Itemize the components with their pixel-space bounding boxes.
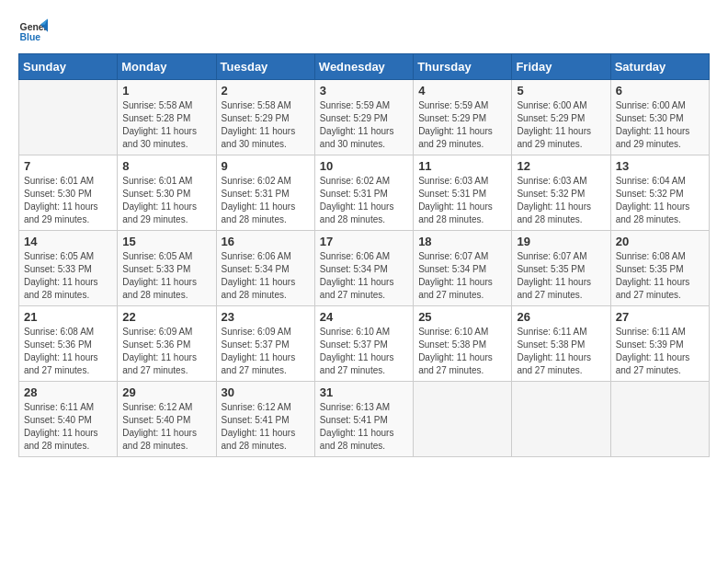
calendar-cell: 21Sunrise: 6:08 AM Sunset: 5:36 PM Dayli… <box>19 306 118 382</box>
header-sunday: Sunday <box>19 54 118 80</box>
calendar-cell: 15Sunrise: 6:05 AM Sunset: 5:33 PM Dayli… <box>118 231 216 306</box>
day-number: 23 <box>222 310 310 324</box>
week-row-5: 28Sunrise: 6:11 AM Sunset: 5:40 PM Dayli… <box>19 382 710 457</box>
day-info: Sunrise: 6:00 AM Sunset: 5:29 PM Dayligh… <box>517 99 605 151</box>
calendar-cell: 30Sunrise: 6:12 AM Sunset: 5:41 PM Dayli… <box>216 382 314 457</box>
day-info: Sunrise: 6:00 AM Sunset: 5:30 PM Dayligh… <box>616 99 704 151</box>
calendar-cell: 2Sunrise: 5:58 AM Sunset: 5:29 PM Daylig… <box>216 80 314 155</box>
day-info: Sunrise: 5:59 AM Sunset: 5:29 PM Dayligh… <box>418 99 506 151</box>
calendar-cell: 13Sunrise: 6:04 AM Sunset: 5:32 PM Dayli… <box>610 155 709 231</box>
calendar-cell: 22Sunrise: 6:09 AM Sunset: 5:36 PM Dayli… <box>118 306 216 382</box>
day-info: Sunrise: 6:10 AM Sunset: 5:38 PM Dayligh… <box>418 326 506 377</box>
day-info: Sunrise: 6:06 AM Sunset: 5:34 PM Dayligh… <box>320 250 408 302</box>
day-number: 2 <box>222 84 310 98</box>
calendar-cell: 1Sunrise: 5:58 AM Sunset: 5:28 PM Daylig… <box>118 80 216 155</box>
calendar-table: SundayMondayTuesdayWednesdayThursdayFrid… <box>18 53 710 457</box>
day-number: 11 <box>418 159 506 173</box>
week-row-1: 1Sunrise: 5:58 AM Sunset: 5:28 PM Daylig… <box>19 80 710 155</box>
calendar-cell: 29Sunrise: 6:12 AM Sunset: 5:40 PM Dayli… <box>118 382 216 457</box>
calendar-cell: 7Sunrise: 6:01 AM Sunset: 5:30 PM Daylig… <box>19 155 118 231</box>
svg-text:Blue: Blue <box>20 32 41 42</box>
day-number: 6 <box>616 84 704 98</box>
calendar-cell: 28Sunrise: 6:11 AM Sunset: 5:40 PM Dayli… <box>19 382 118 457</box>
day-info: Sunrise: 6:12 AM Sunset: 5:40 PM Dayligh… <box>122 401 210 453</box>
header-tuesday: Tuesday <box>216 54 314 80</box>
calendar-cell <box>610 382 709 457</box>
day-number: 30 <box>222 385 310 399</box>
day-number: 27 <box>616 310 704 324</box>
day-number: 18 <box>418 235 506 248</box>
day-number: 12 <box>517 159 605 173</box>
day-info: Sunrise: 6:08 AM Sunset: 5:36 PM Dayligh… <box>24 326 112 377</box>
calendar-cell <box>19 80 118 155</box>
calendar-cell: 5Sunrise: 6:00 AM Sunset: 5:29 PM Daylig… <box>512 80 610 155</box>
calendar-cell: 14Sunrise: 6:05 AM Sunset: 5:33 PM Dayli… <box>19 231 118 306</box>
calendar-cell: 17Sunrise: 6:06 AM Sunset: 5:34 PM Dayli… <box>314 231 413 306</box>
calendar-cell: 20Sunrise: 6:08 AM Sunset: 5:35 PM Dayli… <box>610 231 709 306</box>
day-number: 3 <box>320 84 408 98</box>
day-info: Sunrise: 6:10 AM Sunset: 5:37 PM Dayligh… <box>320 326 408 377</box>
calendar-cell: 18Sunrise: 6:07 AM Sunset: 5:34 PM Dayli… <box>414 231 512 306</box>
calendar-cell: 6Sunrise: 6:00 AM Sunset: 5:30 PM Daylig… <box>610 80 709 155</box>
calendar-cell: 8Sunrise: 6:01 AM Sunset: 5:30 PM Daylig… <box>118 155 216 231</box>
calendar-cell: 26Sunrise: 6:11 AM Sunset: 5:38 PM Dayli… <box>512 306 610 382</box>
day-info: Sunrise: 6:02 AM Sunset: 5:31 PM Dayligh… <box>320 175 408 226</box>
calendar-cell: 3Sunrise: 5:59 AM Sunset: 5:29 PM Daylig… <box>314 80 413 155</box>
day-info: Sunrise: 6:02 AM Sunset: 5:31 PM Dayligh… <box>222 175 310 226</box>
calendar-cell: 24Sunrise: 6:10 AM Sunset: 5:37 PM Dayli… <box>314 306 413 382</box>
calendar-cell: 9Sunrise: 6:02 AM Sunset: 5:31 PM Daylig… <box>216 155 314 231</box>
day-info: Sunrise: 5:58 AM Sunset: 5:29 PM Dayligh… <box>222 99 310 151</box>
day-number: 14 <box>24 235 112 248</box>
calendar-cell: 11Sunrise: 6:03 AM Sunset: 5:31 PM Dayli… <box>414 155 512 231</box>
header-thursday: Thursday <box>414 54 512 80</box>
calendar-header-row: SundayMondayTuesdayWednesdayThursdayFrid… <box>19 54 710 80</box>
calendar-cell <box>512 382 610 457</box>
day-info: Sunrise: 6:01 AM Sunset: 5:30 PM Dayligh… <box>24 175 112 226</box>
day-number: 24 <box>320 310 408 324</box>
day-number: 21 <box>24 310 112 324</box>
day-number: 10 <box>320 159 408 173</box>
calendar-cell: 19Sunrise: 6:07 AM Sunset: 5:35 PM Dayli… <box>512 231 610 306</box>
calendar-cell: 25Sunrise: 6:10 AM Sunset: 5:38 PM Dayli… <box>414 306 512 382</box>
day-info: Sunrise: 6:04 AM Sunset: 5:32 PM Dayligh… <box>616 175 704 226</box>
header-saturday: Saturday <box>610 54 709 80</box>
day-number: 4 <box>418 84 506 98</box>
day-info: Sunrise: 6:03 AM Sunset: 5:32 PM Dayligh… <box>517 175 605 226</box>
day-info: Sunrise: 6:09 AM Sunset: 5:36 PM Dayligh… <box>122 326 210 377</box>
day-number: 22 <box>122 310 210 324</box>
logo: General Blue <box>18 18 51 44</box>
day-info: Sunrise: 6:08 AM Sunset: 5:35 PM Dayligh… <box>616 250 704 302</box>
day-info: Sunrise: 5:58 AM Sunset: 5:28 PM Dayligh… <box>122 99 210 151</box>
page-header: General Blue <box>18 18 710 44</box>
day-info: Sunrise: 6:12 AM Sunset: 5:41 PM Dayligh… <box>222 401 310 453</box>
day-info: Sunrise: 6:09 AM Sunset: 5:37 PM Dayligh… <box>222 326 310 377</box>
day-number: 8 <box>122 159 210 173</box>
day-info: Sunrise: 6:13 AM Sunset: 5:41 PM Dayligh… <box>320 401 408 453</box>
calendar-cell: 31Sunrise: 6:13 AM Sunset: 5:41 PM Dayli… <box>314 382 413 457</box>
day-info: Sunrise: 6:01 AM Sunset: 5:30 PM Dayligh… <box>122 175 210 226</box>
header-friday: Friday <box>512 54 610 80</box>
day-number: 31 <box>320 385 408 399</box>
day-info: Sunrise: 6:11 AM Sunset: 5:38 PM Dayligh… <box>517 326 605 377</box>
day-number: 9 <box>222 159 310 173</box>
week-row-3: 14Sunrise: 6:05 AM Sunset: 5:33 PM Dayli… <box>19 231 710 306</box>
day-number: 13 <box>616 159 704 173</box>
calendar-cell <box>414 382 512 457</box>
day-number: 25 <box>418 310 506 324</box>
calendar-cell: 4Sunrise: 5:59 AM Sunset: 5:29 PM Daylig… <box>414 80 512 155</box>
day-info: Sunrise: 6:06 AM Sunset: 5:34 PM Dayligh… <box>222 250 310 302</box>
day-info: Sunrise: 6:05 AM Sunset: 5:33 PM Dayligh… <box>24 250 112 302</box>
day-number: 20 <box>616 235 704 248</box>
day-number: 28 <box>24 385 112 399</box>
day-number: 16 <box>222 235 310 248</box>
day-number: 5 <box>517 84 605 98</box>
calendar-cell: 23Sunrise: 6:09 AM Sunset: 5:37 PM Dayli… <box>216 306 314 382</box>
logo-icon: General Blue <box>18 18 48 44</box>
day-number: 17 <box>320 235 408 248</box>
day-number: 19 <box>517 235 605 248</box>
calendar-cell: 16Sunrise: 6:06 AM Sunset: 5:34 PM Dayli… <box>216 231 314 306</box>
day-number: 1 <box>122 84 210 98</box>
day-info: Sunrise: 6:11 AM Sunset: 5:40 PM Dayligh… <box>24 401 112 453</box>
day-info: Sunrise: 6:03 AM Sunset: 5:31 PM Dayligh… <box>418 175 506 226</box>
calendar-cell: 27Sunrise: 6:11 AM Sunset: 5:39 PM Dayli… <box>610 306 709 382</box>
